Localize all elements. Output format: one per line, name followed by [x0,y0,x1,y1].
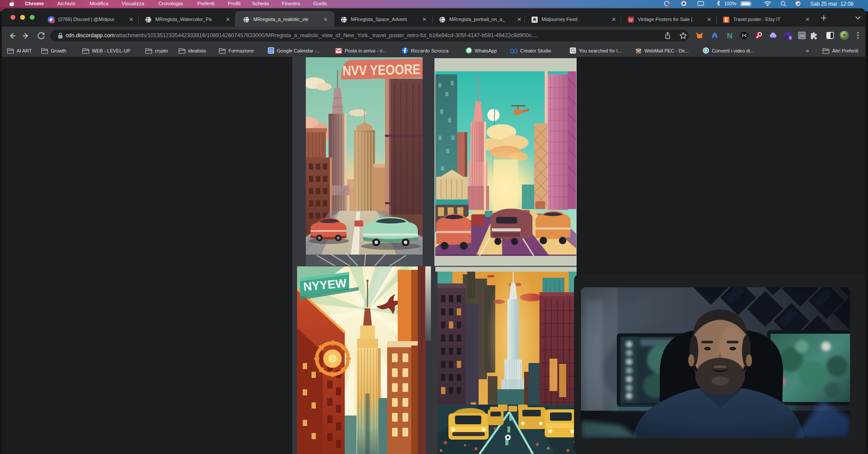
svg-text:NVV YEOORE: NVV YEOORE [343,61,421,79]
svg-text:5: 5 [789,36,791,40]
svg-text:AA: AA [800,33,805,37]
svg-text:31: 31 [269,49,273,53]
